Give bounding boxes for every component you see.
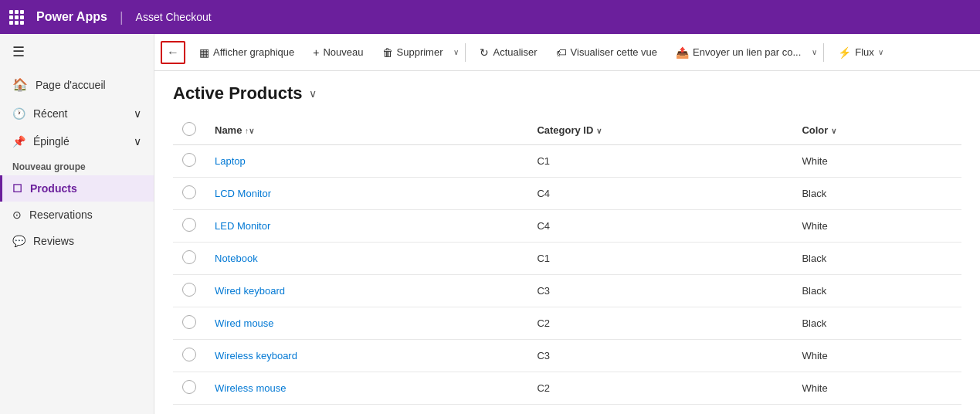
show-chart-label: Afficher graphique [213,46,294,58]
top-bar: Power Apps | Asset Checkout [0,0,980,34]
products-table: Name ↑∨ Category ID ∨ Color ∨ [173,116,961,405]
delete-dropdown-arrow[interactable]: ∨ [453,48,459,56]
reservations-label: Reservations [29,209,93,221]
flux-button[interactable]: ⚡ Flux ∨ [830,42,891,63]
table-row: LCD Monitor C4 Black [173,178,961,210]
show-chart-button[interactable]: ▦ Afficher graphique [192,42,302,63]
table-row: Wireless keyboard C3 White [173,340,961,372]
category-column-header[interactable]: Category ID ∨ [527,116,792,145]
sidebar-item-recent[interactable]: 🕐 Récent ∨ [0,100,154,127]
row-name-cell[interactable]: Wireless mouse [205,372,527,405]
name-column-header[interactable]: Name ↑∨ [205,116,527,145]
row-checkbox-cell[interactable] [173,372,205,405]
table-row: Laptop C1 White [173,145,961,178]
row-checkbox[interactable] [182,185,196,199]
sidebar-item-home[interactable]: 🏠 Page d'accueil [0,70,154,100]
row-name-cell[interactable]: LED Monitor [205,210,527,243]
row-checkbox-cell[interactable] [173,307,205,340]
recent-label: Récent [33,107,67,120]
page-content: Active Products ∨ Name ↑∨ Category [154,71,980,414]
row-category-cell: C2 [527,372,792,405]
sidebar-item-pinned[interactable]: 📌 Épinglé ∨ [0,127,154,155]
refresh-icon: ↻ [480,46,489,59]
reservations-icon: ⊙ [12,209,22,221]
table-body: Laptop C1 White LCD Monitor C4 Black LED… [173,145,961,405]
color-column-header[interactable]: Color ∨ [792,116,961,145]
back-button[interactable]: ← [161,41,185,64]
group-label: Nouveau groupe [0,155,154,175]
top-bar-subtitle: Asset Checkout [136,11,212,23]
page-title-dropdown[interactable]: ∨ [309,87,317,100]
share-label: Envoyer un lien par co... [693,46,801,58]
row-checkbox[interactable] [182,315,196,329]
row-checkbox[interactable] [182,283,196,297]
row-checkbox-cell[interactable] [173,340,205,372]
app-name: Power Apps [36,10,107,24]
share-button[interactable]: 📤 Envoyer un lien par co... [668,42,809,63]
new-button[interactable]: + Nouveau [305,42,371,63]
sidebar-item-reviews[interactable]: 💬 Reviews [0,228,154,254]
row-checkbox-cell[interactable] [173,145,205,178]
row-color-cell: Black [792,307,961,340]
row-checkbox-cell[interactable] [173,275,205,307]
row-color-cell: Black [792,243,961,275]
view-icon: 🏷 [556,46,567,59]
row-color-cell: Black [792,178,961,210]
flux-label: Flux [855,46,874,58]
trash-icon: 🗑 [382,46,393,59]
category-column-label: Category ID [537,124,593,136]
home-icon: 🏠 [12,77,28,92]
sidebar-item-reservations[interactable]: ⊙ Reservations [0,202,154,228]
row-color-cell: White [792,145,961,178]
products-icon: ☐ [12,182,22,195]
row-checkbox[interactable] [182,250,196,264]
recent-chevron: ∨ [134,107,141,120]
reviews-label: Reviews [33,235,74,247]
row-checkbox[interactable] [182,153,196,167]
row-category-cell: C4 [527,178,792,210]
row-name-cell[interactable]: LCD Monitor [205,178,527,210]
row-name-cell[interactable]: Laptop [205,145,527,178]
select-all-header[interactable] [173,116,205,145]
color-sort-icon: ∨ [831,127,836,135]
select-all-checkbox[interactable] [182,122,196,136]
products-label: Products [30,182,77,195]
sidebar: ☰ 🏠 Page d'accueil 🕐 Récent ∨ 📌 Épinglé … [0,34,154,414]
separator-2 [823,43,824,62]
row-checkbox[interactable] [182,218,196,232]
share-dropdown-arrow[interactable]: ∨ [812,48,817,56]
new-label: Nouveau [323,46,363,58]
back-icon: ← [167,46,179,59]
table-row: LED Monitor C4 White [173,210,961,243]
hamburger-button[interactable]: ☰ [0,34,154,70]
refresh-button[interactable]: ↻ Actualiser [472,42,544,63]
row-checkbox[interactable] [182,380,196,394]
color-column-label: Color [802,124,828,136]
row-category-cell: C3 [527,340,792,372]
view-label: Visualiser cette vue [571,46,658,58]
table-row: Wired mouse C2 Black [173,307,961,340]
row-color-cell: White [792,210,961,243]
share-icon: 📤 [676,46,689,59]
row-checkbox[interactable] [182,348,196,361]
view-button[interactable]: 🏷 Visualiser cette vue [548,42,666,63]
chart-icon: ▦ [199,46,209,59]
waffle-menu[interactable] [9,10,24,25]
row-category-cell: C1 [527,243,792,275]
row-checkbox-cell[interactable] [173,243,205,275]
flux-icon: ⚡ [838,46,851,59]
row-checkbox-cell[interactable] [173,210,205,243]
content-area: ← ▦ Afficher graphique + Nouveau 🗑 Suppr… [154,34,980,414]
page-header: Active Products ∨ [173,83,961,104]
sidebar-item-products[interactable]: ☐ Products [0,175,154,202]
pin-icon: 📌 [12,135,25,148]
row-name-cell[interactable]: Wired mouse [205,307,527,340]
row-checkbox-cell[interactable] [173,178,205,210]
row-name-cell[interactable]: Wireless keyboard [205,340,527,372]
delete-button[interactable]: 🗑 Supprimer [375,42,451,63]
home-label: Page d'accueil [36,79,106,91]
table-header: Name ↑∨ Category ID ∨ Color ∨ [173,116,961,145]
recent-icon: 🕐 [12,107,25,120]
row-name-cell[interactable]: Wired keyboard [205,275,527,307]
row-name-cell[interactable]: Notebook [205,243,527,275]
